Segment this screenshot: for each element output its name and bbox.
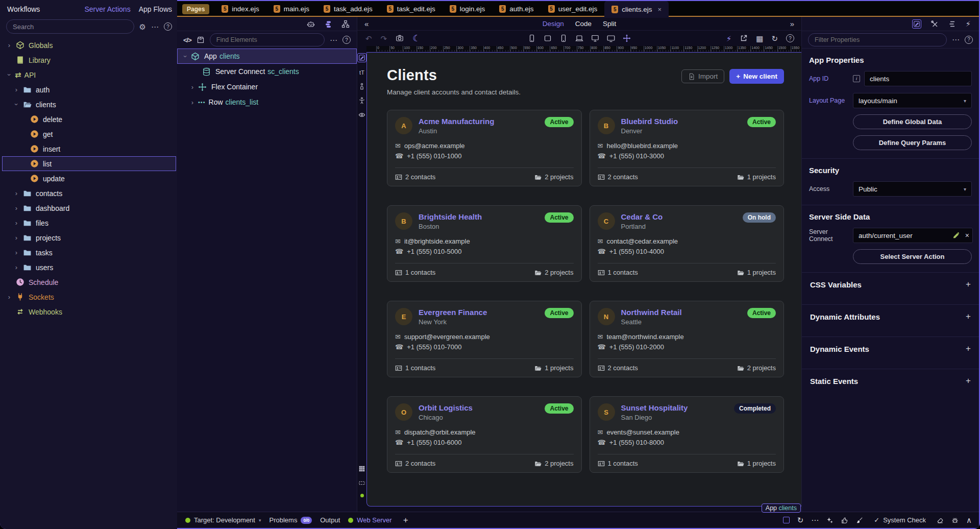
expand-plus-icon[interactable]: +	[966, 376, 971, 386]
device-laptop-icon[interactable]	[575, 34, 583, 42]
expand-panel-icon[interactable]: »	[790, 19, 794, 28]
device-tablet-icon[interactable]	[544, 34, 552, 42]
thumbs-up-icon[interactable]	[841, 517, 848, 524]
chevron-right-icon[interactable]: ›	[6, 41, 13, 49]
define-global-data-button[interactable]: Define Global Data	[853, 114, 972, 129]
expand-plus-icon[interactable]: +	[966, 311, 971, 322]
tab-app-flows[interactable]: App Flows	[139, 5, 172, 13]
tree-item-insert[interactable]: insert	[2, 141, 176, 156]
refresh-icon[interactable]: ↻	[771, 35, 778, 42]
stop-square-icon[interactable]	[783, 517, 790, 523]
tree-item-projects[interactable]: › projects	[2, 230, 176, 245]
edit-mode-icon[interactable]	[357, 53, 366, 62]
system-check-button[interactable]: ✓ System Check	[874, 516, 926, 524]
chevron-right-icon[interactable]: ›	[13, 234, 20, 242]
define-query-params-button[interactable]: Define Query Params	[853, 135, 972, 150]
chevron-right-icon[interactable]: ›	[13, 219, 20, 227]
tree-item-files[interactable]: › files	[2, 215, 176, 230]
output-button[interactable]: Output	[320, 516, 340, 524]
client-name-link[interactable]: Bluebird Studio	[621, 117, 678, 126]
css-variables-section[interactable]: CSS Variables +	[809, 273, 972, 296]
file-tab-user-edit[interactable]: 5 user_edit.ejs	[541, 1, 605, 17]
import-button[interactable]: Import	[681, 69, 724, 83]
new-client-button[interactable]: + New client	[729, 69, 784, 84]
selected-element-badge[interactable]: App clients	[762, 503, 801, 513]
tree-item-clients[interactable]: › clients	[2, 97, 176, 112]
code-view-icon[interactable]: </>	[183, 36, 191, 44]
outline-toggle-icon[interactable]	[358, 479, 365, 487]
layout-page-select[interactable]: layouts/main ▾	[853, 93, 972, 108]
fluid-resize-icon[interactable]	[623, 34, 631, 42]
bug-debug-icon[interactable]	[951, 517, 959, 524]
chevron-right-icon[interactable]: ›	[13, 204, 20, 212]
ai-robot-icon[interactable]	[307, 20, 315, 28]
file-tab-clients-active[interactable]: 5 clients.ejs ×	[604, 1, 669, 18]
structure-item-flex-container[interactable]: › Flex Container	[177, 79, 357, 94]
device-phone-small-icon[interactable]	[559, 34, 568, 42]
redo-icon[interactable]: ↷	[381, 35, 387, 42]
undo-icon[interactable]: ↶	[365, 35, 372, 42]
client-name-link[interactable]: Acme Manufacturing	[419, 117, 494, 126]
file-tab-index[interactable]: 5 index.ejs	[214, 1, 266, 17]
add-panel-icon[interactable]: +	[403, 515, 408, 525]
screenshot-camera-icon[interactable]	[396, 34, 404, 42]
device-desktop-icon[interactable]	[591, 34, 599, 42]
select-server-action-button[interactable]: Select Server Action	[853, 249, 972, 264]
client-name-link[interactable]: Orbit Logistics	[419, 403, 473, 412]
client-name-link[interactable]: Cedar & Co	[621, 212, 663, 221]
chevron-right-icon[interactable]: ›	[13, 249, 20, 256]
target-selector[interactable]: Target: Development ▾	[185, 516, 261, 524]
gear-icon[interactable]: ⚙	[139, 23, 146, 31]
tree-item-sockets[interactable]: › Sockets	[2, 290, 176, 304]
chevron-right-icon[interactable]: ›	[189, 99, 196, 106]
tree-item-globals[interactable]: › Globals	[2, 38, 176, 53]
sitemap-icon[interactable]	[341, 20, 350, 28]
components-package-icon[interactable]	[197, 36, 205, 44]
access-select[interactable]: Public ▾	[853, 181, 972, 197]
client-name-link[interactable]: Brightside Health	[419, 212, 482, 221]
search-input[interactable]	[6, 19, 134, 34]
chevron-right-icon[interactable]: ›	[13, 86, 20, 93]
problems-button[interactable]: Problems 0/0	[269, 516, 312, 524]
tree-item-users[interactable]: › users	[2, 260, 176, 275]
file-tab-main[interactable]: 5 main.ejs	[266, 1, 316, 17]
app-id-input[interactable]	[864, 71, 972, 86]
more-options-icon[interactable]: ⋯	[811, 516, 819, 524]
qr-code-icon[interactable]: ▦	[756, 35, 763, 42]
tree-item-get[interactable]: get	[2, 127, 176, 141]
structure-item-server-connect[interactable]: Server Connect sc_clients	[177, 64, 357, 79]
more-options-icon[interactable]: ⋯	[151, 23, 159, 31]
chevron-up-icon[interactable]: ∧	[966, 516, 972, 524]
text-tool-icon[interactable]: tT	[359, 69, 364, 76]
help-icon[interactable]: ?	[342, 36, 351, 44]
lightning-icon[interactable]: ⚡	[726, 35, 732, 42]
css-panel-icon[interactable]	[948, 20, 956, 28]
clear-icon[interactable]: ×	[965, 231, 969, 239]
tree-item-schedule[interactable]: Schedule	[2, 275, 176, 290]
find-elements-input[interactable]	[210, 33, 325, 46]
chevron-right-icon[interactable]: ›	[13, 189, 20, 197]
properties-edit-icon[interactable]	[912, 19, 921, 29]
dark-mode-moon-icon[interactable]: ☾	[412, 34, 420, 43]
tools-icon[interactable]	[930, 20, 939, 28]
sparkles-icon[interactable]	[826, 517, 834, 524]
file-tab-auth[interactable]: 5 auth.ejs	[492, 1, 541, 17]
tab-server-actions[interactable]: Server Actions	[84, 5, 130, 13]
file-tab-task-add[interactable]: 5 task_add.ejs	[316, 1, 380, 17]
client-name-link[interactable]: Sunset Hospitality	[621, 403, 688, 412]
more-options-icon[interactable]: ⋯	[330, 36, 337, 44]
structure-item-app-clients[interactable]: › App clients	[177, 49, 357, 64]
tab-design[interactable]: Design	[543, 20, 564, 28]
tree-item-contacts[interactable]: › contacts	[2, 186, 176, 201]
brush-icon[interactable]	[856, 517, 863, 524]
static-events-section[interactable]: Static Events +	[809, 369, 972, 393]
chevron-down-icon[interactable]: ›	[182, 53, 189, 60]
tree-item-update[interactable]: update	[2, 171, 176, 186]
tree-item-dashboard[interactable]: › dashboard	[2, 201, 176, 215]
pages-badge[interactable]: Pages	[182, 4, 209, 14]
tree-item-webhooks[interactable]: Webhooks	[2, 304, 176, 319]
chevron-right-icon[interactable]: ›	[6, 293, 13, 301]
help-icon[interactable]: ?	[164, 22, 172, 31]
structure-item-row-clients-list[interactable]: › ••• Row clients_list	[177, 94, 357, 110]
chevron-right-icon[interactable]: ›	[189, 83, 196, 91]
